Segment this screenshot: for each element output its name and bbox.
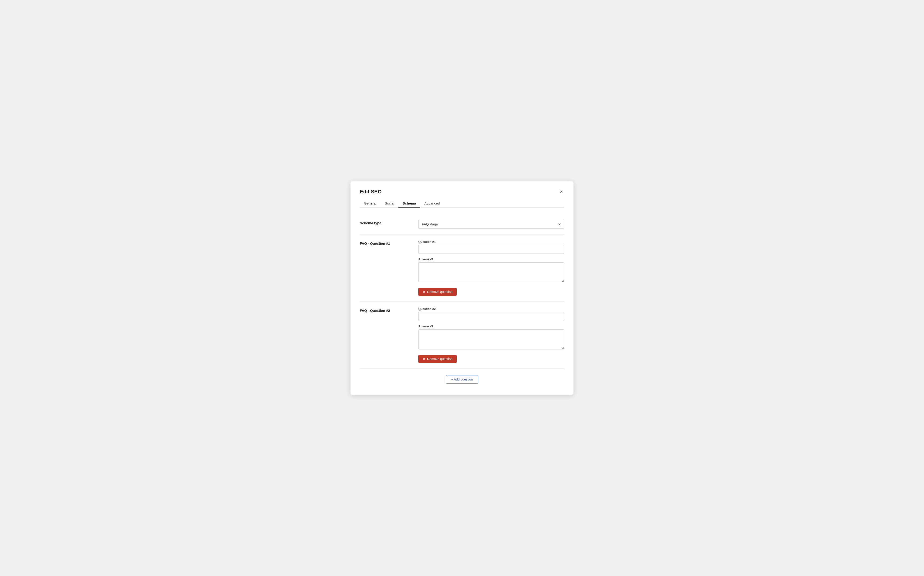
schema-type-label: Schema type	[360, 220, 411, 225]
remove-question-1-button[interactable]: 🗑 Remove question	[418, 288, 456, 296]
faq-question-2-content: Question #2 Answer #2 🗑 Remove question	[418, 307, 564, 363]
answer-1-field-group: Answer #1	[418, 258, 564, 283]
tab-social[interactable]: Social	[381, 200, 398, 208]
question-1-label: Question #1	[418, 240, 564, 243]
answer-1-label: Answer #1	[418, 258, 564, 261]
trash-icon-2: 🗑	[423, 357, 426, 361]
tab-general[interactable]: General	[360, 200, 381, 208]
add-question-label: + Add question	[451, 378, 473, 381]
question-2-field-group: Question #2	[418, 307, 564, 321]
question-2-label: Question #2	[418, 307, 564, 310]
schema-type-select[interactable]: FAQ Page Article Product Organization Lo…	[418, 220, 564, 229]
answer-2-label: Answer #2	[418, 325, 564, 328]
schema-type-section: Schema type FAQ Page Article Product Org…	[360, 214, 564, 235]
remove-question-1-label: Remove question	[427, 290, 453, 294]
answer-2-textarea[interactable]	[418, 330, 564, 349]
question-1-input[interactable]	[418, 245, 564, 254]
answer-1-textarea[interactable]	[418, 262, 564, 282]
schema-type-content: FAQ Page Article Product Organization Lo…	[418, 220, 564, 229]
faq-question-2-label: FAQ - Question #2	[360, 307, 411, 312]
trash-icon-1: 🗑	[423, 290, 426, 294]
faq-question-1-section: FAQ - Question #1 Question #1 Answer #1 …	[360, 235, 564, 302]
remove-question-2-button[interactable]: 🗑 Remove question	[418, 355, 456, 363]
faq-question-1-label: FAQ - Question #1	[360, 240, 411, 245]
question-2-input[interactable]	[418, 312, 564, 321]
tab-schema[interactable]: Schema	[398, 200, 420, 208]
close-button[interactable]: ×	[558, 189, 564, 195]
schema-type-wrapper: FAQ Page Article Product Organization Lo…	[418, 220, 564, 229]
remove-question-2-label: Remove question	[427, 357, 453, 361]
modal-title: Edit SEO	[360, 189, 382, 195]
faq-question-1-content: Question #1 Answer #1 🗑 Remove question	[418, 240, 564, 296]
faq-question-2-section: FAQ - Question #2 Question #2 Answer #2 …	[360, 302, 564, 369]
add-question-section: + Add question	[360, 369, 564, 386]
edit-seo-modal: Edit SEO × General Social Schema Advance…	[351, 181, 573, 395]
tab-advanced[interactable]: Advanced	[420, 200, 444, 208]
add-question-button[interactable]: + Add question	[446, 375, 478, 384]
question-1-field-group: Question #1	[418, 240, 564, 254]
answer-2-field-group: Answer #2	[418, 325, 564, 350]
modal-header: Edit SEO ×	[360, 189, 564, 195]
tab-bar: General Social Schema Advanced	[360, 200, 564, 208]
